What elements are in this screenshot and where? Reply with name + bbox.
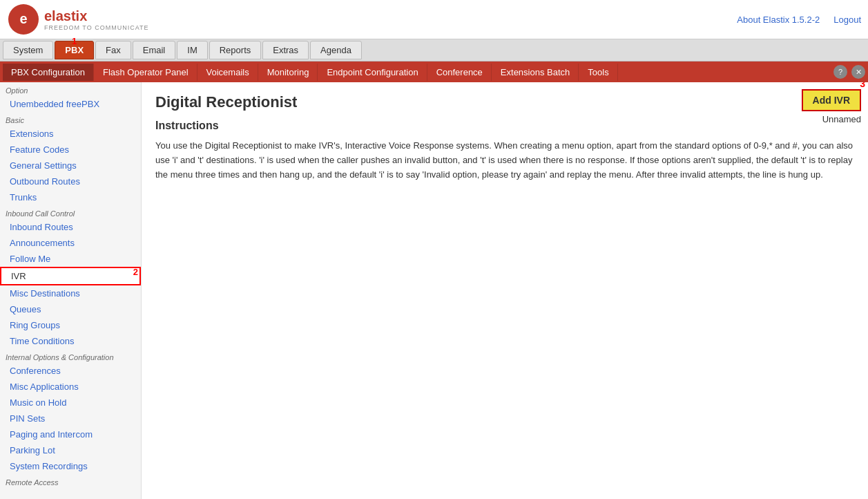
sidebar-item-trunks[interactable]: Trunks [0,189,141,205]
annotation-1: 1 [72,36,77,46]
sidebar-item-paging-intercom[interactable]: Paging and Intercom [0,426,141,442]
sub-tab-monitoring[interactable]: Monitoring [259,64,318,81]
logo-tagline: FREEDOM TO COMMUNICATE [44,24,149,31]
top-right-links: About Elastix 1.5.2-2 Logout [737,15,861,25]
annotation-2: 2 [133,267,138,277]
nav-tab-pbx[interactable]: 1 PBX [55,41,94,59]
svg-text:e: e [19,11,27,26]
logout-link[interactable]: Logout [833,15,861,25]
main-nav: System 1 PBX Fax Email IM Reports Extras… [0,39,868,62]
sidebar-item-queues[interactable]: Queues [0,301,141,317]
sidebar-item-unembedded[interactable]: Unembedded freePBX [0,96,141,112]
sidebar-item-outbound-routes[interactable]: Outbound Routes [0,173,141,189]
sub-tab-extensions-batch[interactable]: Extensions Batch [492,64,579,81]
close-icon[interactable]: ✕ [851,65,865,79]
sidebar-item-music-on-hold[interactable]: Music on Hold [0,395,141,411]
sidebar-item-follow-me[interactable]: Follow Me [0,251,141,267]
sidebar-section-remote: Remote Access [0,474,141,488]
sub-tab-flash-operator[interactable]: Flash Operator Panel [95,64,197,81]
sidebar-item-feature-codes[interactable]: Feature Codes [0,142,141,158]
sub-tab-voicemails[interactable]: Voicemails [198,64,258,81]
logo-text: elastix [44,8,149,24]
help-icon[interactable]: ? [833,65,847,79]
sidebar-item-system-recordings[interactable]: System Recordings [0,458,141,474]
annotation-3: 3 [860,82,865,89]
sidebar-item-extensions[interactable]: Extensions [0,126,141,142]
top-bar: e elastix FREEDOM TO COMMUNICATE About E… [0,0,868,39]
sidebar-item-parking-lot[interactable]: Parking Lot [0,442,141,458]
sub-tab-endpoint[interactable]: Endpoint Configuration [318,64,427,81]
sidebar-item-pin-sets[interactable]: PIN Sets [0,411,141,426]
sidebar-item-ivr[interactable]: 2 IVR [0,267,141,285]
elastix-logo: e [7,3,40,36]
about-link[interactable]: About Elastix 1.5.2-2 [737,15,820,25]
sidebar-item-time-conditions[interactable]: Time Conditions [0,333,141,349]
nav-tab-reports[interactable]: Reports [209,41,262,59]
sidebar-item-misc-applications[interactable]: Misc Applications [0,379,141,395]
nav-tab-fax[interactable]: Fax [95,41,131,59]
sidebar-section-basic: Basic [0,112,141,126]
main-content: 3 Add IVR Unnamed Digital Receptionist I… [142,82,868,499]
sidebar: Option Unembedded freePBX Basic Extensio… [0,82,142,499]
add-ivr-button[interactable]: Add IVR [802,89,861,111]
sidebar-item-announcements[interactable]: Announcements [0,235,141,251]
instructions-heading: Instructions [155,120,854,132]
sidebar-item-inbound-routes[interactable]: Inbound Routes [0,219,141,235]
content-area: Option Unembedded freePBX Basic Extensio… [0,82,868,499]
sub-nav: PBX Configuration Flash Operator Panel V… [0,62,868,82]
sidebar-item-conferences[interactable]: Conferences [0,363,141,379]
sub-tab-pbx-configuration[interactable]: PBX Configuration [3,64,94,81]
sidebar-section-option: Option [0,82,141,96]
sidebar-section-internal: Internal Options & Configuration [0,349,141,363]
nav-tab-agenda[interactable]: Agenda [310,41,362,59]
unnamed-label: Unnamed [822,114,861,124]
sub-nav-icons: ? ✕ [833,65,865,79]
add-ivr-area: 3 Add IVR Unnamed [802,89,861,124]
nav-tab-system[interactable]: System [3,41,53,59]
nav-tab-im[interactable]: IM [177,41,207,59]
logo-area: e elastix FREEDOM TO COMMUNICATE [7,3,149,36]
sidebar-item-misc-destinations[interactable]: Misc Destinations [0,285,141,301]
sidebar-item-general-settings[interactable]: General Settings [0,158,141,173]
sidebar-item-ring-groups[interactable]: Ring Groups [0,317,141,333]
nav-tab-email[interactable]: Email [133,41,176,59]
instructions-text: You use the Digital Receptionist to make… [155,139,854,182]
sub-tab-conference[interactable]: Conference [428,64,492,81]
page-title: Digital Receptionist [155,93,854,111]
sub-tab-tools[interactable]: Tools [579,64,617,81]
sidebar-section-inbound: Inbound Call Control [0,205,141,219]
nav-tab-extras[interactable]: Extras [262,41,309,59]
